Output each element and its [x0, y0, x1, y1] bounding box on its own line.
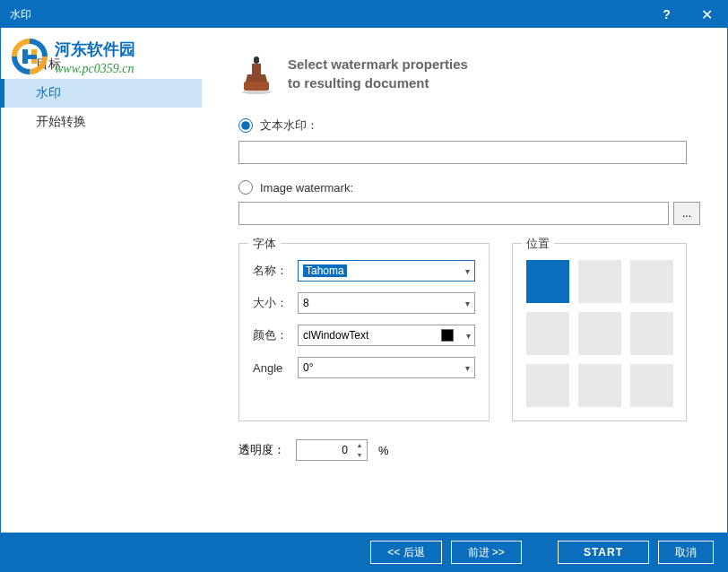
- font-angle-label: Angle: [253, 361, 298, 375]
- spinner-up-icon[interactable]: ▲: [352, 440, 367, 450]
- font-size-combo[interactable]: 8 ▾: [298, 292, 475, 314]
- overlay-url: www.pc0359.cn: [55, 62, 134, 76]
- font-size-label: 大小：: [253, 295, 298, 311]
- header: Select watermark properties to resulting…: [238, 55, 700, 95]
- opacity-label: 透明度：: [238, 442, 285, 458]
- start-button[interactable]: START: [558, 541, 649, 564]
- font-name-label: 名称：: [253, 263, 298, 279]
- sidebar-item-label: 水印: [36, 85, 61, 100]
- position-cell-top-left[interactable]: [526, 260, 569, 303]
- font-color-combo[interactable]: clWindowText ▾: [298, 325, 475, 346]
- opacity-spinner[interactable]: 0 ▲ ▼: [296, 439, 368, 461]
- footer: << 后退 前进 >> START 取消: [1, 533, 727, 572]
- titlebar: 水印 ? ✕: [1, 1, 727, 28]
- svg-rect-5: [244, 82, 269, 91]
- svg-rect-3: [254, 56, 259, 64]
- cancel-button[interactable]: 取消: [658, 541, 714, 564]
- main-panel: Select watermark properties to resulting…: [203, 28, 727, 533]
- svg-rect-4: [252, 64, 261, 74]
- text-watermark-radio[interactable]: [238, 118, 253, 133]
- overlay-title: 河东软件园: [55, 39, 135, 60]
- font-color-label: 颜色：: [253, 327, 298, 343]
- chevron-down-icon: ▾: [465, 299, 470, 308]
- position-cell-top-right[interactable]: [630, 260, 673, 303]
- position-legend: 位置: [522, 236, 554, 252]
- chevron-down-icon: ▾: [465, 266, 470, 276]
- font-name-value: Tahoma: [303, 264, 347, 277]
- position-cell-middle-right[interactable]: [630, 312, 673, 355]
- position-cell-middle-center[interactable]: [578, 312, 621, 355]
- image-watermark-input[interactable]: [238, 202, 669, 225]
- opacity-value: 0: [297, 444, 352, 456]
- text-watermark-input[interactable]: [238, 141, 687, 164]
- window-title: 水印: [10, 7, 646, 22]
- font-color-value: clWindowText: [303, 329, 368, 342]
- header-text: Select watermark properties to resulting…: [288, 55, 468, 92]
- font-size-value: 8: [303, 297, 309, 309]
- chevron-down-icon: ▾: [465, 363, 470, 373]
- header-line1: Select watermark properties: [288, 55, 468, 74]
- position-cell-top-center[interactable]: [578, 260, 621, 303]
- image-watermark-label: Image watermark:: [260, 181, 353, 195]
- position-fieldset: 位置: [512, 243, 687, 421]
- position-cell-bottom-center[interactable]: [578, 364, 621, 407]
- sidebar-item-label: 开始转换: [36, 114, 86, 128]
- spinner-down-icon[interactable]: ▼: [352, 450, 367, 460]
- back-button[interactable]: << 后退: [370, 541, 441, 564]
- color-swatch-icon: [441, 329, 454, 342]
- sidebar-item-watermark[interactable]: 水印: [1, 79, 202, 108]
- opacity-suffix: %: [378, 444, 389, 457]
- stamp-icon: [238, 55, 274, 95]
- text-watermark-option[interactable]: 文本水印：: [238, 117, 700, 134]
- titlebar-controls: ? ✕: [646, 1, 727, 28]
- font-name-combo[interactable]: Tahoma ▾: [298, 260, 475, 282]
- font-angle-value: 0°: [303, 361, 313, 374]
- text-watermark-label: 文本水印：: [260, 117, 318, 134]
- font-angle-combo[interactable]: 0° ▾: [298, 357, 475, 378]
- font-legend: 字体: [248, 236, 281, 252]
- svg-point-6: [242, 91, 271, 94]
- browse-button[interactable]: ...: [673, 202, 700, 225]
- position-cell-bottom-right[interactable]: [630, 364, 673, 407]
- sidebar: 河东软件园 www.pc0359.cn 目标 水印 开始转换: [1, 28, 203, 533]
- font-fieldset: 字体 名称： Tahoma ▾ 大小： 8 ▾: [238, 243, 490, 421]
- forward-button[interactable]: 前进 >>: [451, 541, 522, 564]
- opacity-row: 透明度： 0 ▲ ▼ %: [238, 439, 700, 461]
- sidebar-item-convert[interactable]: 开始转换: [1, 108, 202, 136]
- close-button[interactable]: ✕: [687, 1, 727, 28]
- image-watermark-radio[interactable]: [238, 180, 253, 195]
- position-cell-middle-left[interactable]: [526, 312, 569, 355]
- position-cell-bottom-left[interactable]: [526, 364, 569, 407]
- header-line2: to resulting document: [288, 74, 468, 92]
- help-button[interactable]: ?: [646, 1, 687, 28]
- chevron-down-icon: ▾: [466, 331, 471, 341]
- position-grid: [526, 260, 672, 407]
- image-watermark-option[interactable]: Image watermark:: [238, 180, 700, 195]
